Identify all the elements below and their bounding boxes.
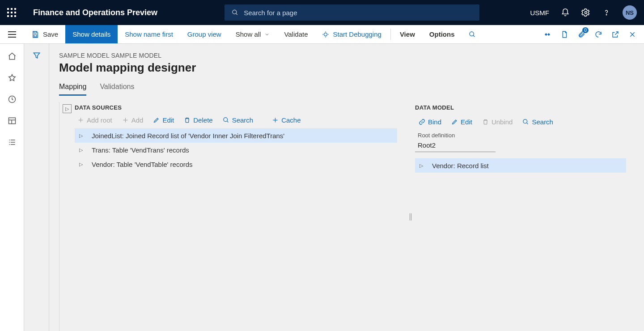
view-button[interactable]: View (393, 25, 422, 43)
data-sources-title: DATA SOURCES (75, 104, 397, 111)
save-icon (31, 30, 39, 38)
plus-icon (122, 117, 129, 123)
add-root-button[interactable]: Add root (77, 116, 112, 124)
attach-icon[interactable]: 0 (577, 30, 586, 39)
command-bar: Save Show details Show name first Group … (0, 25, 644, 44)
delete-button[interactable]: Delete (184, 116, 212, 124)
svg-point-32 (523, 119, 527, 123)
svg-point-2 (585, 12, 587, 14)
svg-line-29 (227, 121, 228, 122)
cache-button[interactable]: Cache (272, 116, 301, 124)
recent-icon[interactable] (8, 95, 17, 104)
hamburger-icon[interactable] (0, 25, 24, 43)
svg-line-33 (527, 123, 528, 124)
tab-mapping[interactable]: Mapping (59, 83, 86, 96)
panels: ▷ DATA SOURCES Add root Add (59, 102, 634, 331)
expand-right-icon[interactable]: ▷ (63, 104, 72, 113)
chevron-right-icon: ▷ (79, 161, 85, 167)
collapse-handle[interactable]: ▷ (59, 102, 75, 331)
close-icon[interactable] (628, 30, 637, 39)
trash-icon (482, 119, 489, 125)
svg-rect-4 (34, 34, 37, 37)
plus-icon (77, 117, 84, 123)
svg-point-3 (606, 14, 606, 15)
show-details-button[interactable]: Show details (65, 25, 118, 43)
page-title: Model mapping designer (59, 61, 634, 75)
options-button[interactable]: Options (422, 25, 462, 43)
entity-label[interactable]: USMF (530, 9, 550, 17)
breadcrumb: SAMPLE MODEL SAMPLE MODEL (59, 52, 634, 59)
left-rail (0, 44, 24, 331)
chevron-right-icon: ▷ (79, 133, 85, 139)
find-button[interactable] (462, 25, 483, 43)
tree-row[interactable]: ▷Vendor: Record list (415, 158, 626, 173)
dataverse-icon[interactable] (543, 30, 552, 39)
search-icon (232, 9, 238, 16)
dm-search-button[interactable]: Search (522, 118, 553, 126)
root-definition-label: Root definition (415, 132, 626, 139)
add-button[interactable]: Add (122, 116, 144, 124)
search-icon (469, 31, 476, 38)
svg-point-0 (233, 10, 237, 14)
top-actions: USMF NS (530, 5, 637, 20)
dm-toolbar: Bind Edit Unbind Search (415, 118, 626, 126)
root-definition-value[interactable]: Root2 (415, 140, 496, 152)
bell-icon[interactable] (561, 8, 570, 17)
ds-tree: ▷JoinedList: Joined Record list of 'Vend… (75, 128, 397, 171)
modules-icon[interactable] (8, 138, 17, 147)
search-icon (522, 119, 529, 125)
data-model-title: DATA MODEL (415, 104, 626, 111)
chevron-down-icon (264, 32, 270, 37)
svg-point-10 (470, 32, 474, 36)
panel-data-model: DATA MODEL Bind Edit Unbind (415, 102, 634, 331)
global-search[interactable] (225, 4, 479, 21)
pencil-icon (153, 117, 160, 123)
star-icon[interactable] (8, 73, 17, 82)
bind-button[interactable]: Bind (419, 118, 441, 126)
content: SAMPLE MODEL SAMPLE MODEL Model mapping … (49, 44, 644, 331)
dm-tree: ▷Vendor: Record list (415, 158, 626, 173)
svg-point-28 (224, 118, 228, 122)
save-label: Save (43, 30, 58, 38)
svg-point-5 (324, 33, 327, 36)
tree-row[interactable]: ▷JoinedList: Joined Record list of 'Vend… (75, 128, 397, 143)
start-debugging-button[interactable]: Start Debugging (315, 25, 388, 43)
home-icon[interactable] (8, 52, 17, 61)
plus-icon (272, 117, 279, 123)
popout-icon[interactable] (611, 30, 620, 39)
avatar[interactable]: NS (623, 5, 637, 20)
validate-button[interactable]: Validate (277, 25, 315, 43)
pencil-icon (451, 119, 458, 125)
gear-icon[interactable] (581, 8, 590, 17)
app-launcher-icon[interactable] (7, 8, 16, 17)
splitter[interactable] (406, 102, 415, 331)
dm-edit-button[interactable]: Edit (451, 118, 472, 126)
chevron-right-icon: ▷ (419, 163, 426, 169)
cmd-right-icons: 0 (536, 25, 644, 43)
top-header: Finance and Operations Preview USMF NS (0, 0, 644, 25)
tree-row[interactable]: ▷Trans: Table 'VendTrans' records (75, 143, 397, 157)
attach-badge: 0 (582, 27, 589, 33)
ds-toolbar: Add root Add Edit Delete (75, 116, 397, 124)
debug-icon (322, 31, 329, 38)
tree-row[interactable]: ▷Vendor: Table 'VendTable' records (75, 157, 397, 171)
help-icon[interactable] (602, 8, 611, 17)
unbind-button[interactable]: Unbind (482, 118, 513, 126)
filter-icon[interactable] (32, 51, 41, 331)
chevron-right-icon: ▷ (79, 147, 85, 153)
tab-validations[interactable]: Validations (100, 83, 134, 96)
app-title: Finance and Operations Preview (33, 8, 157, 17)
show-name-first-button[interactable]: Show name first (118, 25, 180, 43)
ds-search-button[interactable]: Search (223, 116, 254, 124)
group-view-button[interactable]: Group view (180, 25, 229, 43)
save-button[interactable]: Save (24, 25, 65, 43)
workspace-icon[interactable] (8, 116, 17, 125)
doc-icon[interactable] (560, 30, 569, 39)
edit-button[interactable]: Edit (153, 116, 174, 124)
svg-line-1 (236, 13, 237, 15)
show-all-dropdown[interactable]: Show all (229, 25, 277, 43)
global-search-input[interactable] (244, 9, 472, 17)
svg-rect-15 (8, 118, 15, 123)
refresh-icon[interactable] (594, 30, 603, 39)
body: SAMPLE MODEL SAMPLE MODEL Model mapping … (0, 44, 644, 331)
